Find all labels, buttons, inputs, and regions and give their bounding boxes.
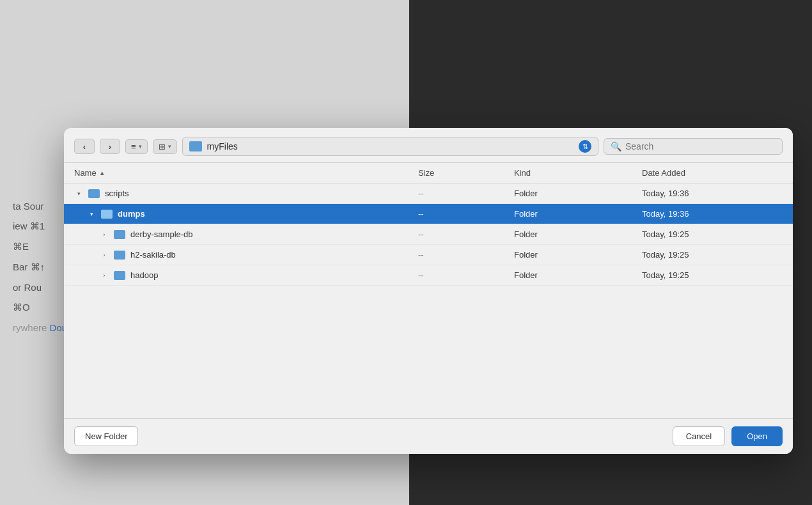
row-label-derby: derby-sample-db [130, 229, 193, 239]
new-folder-button[interactable]: New Folder [74, 426, 138, 446]
open-button[interactable]: Open [731, 426, 783, 446]
list-view-dropdown-arrow: ▾ [139, 143, 142, 150]
row-folder-icon-scripts [88, 189, 100, 198]
cell-kind-scripts: Folder [514, 189, 642, 198]
table-row[interactable]: › hadoop -- Folder Today, 19:25 [64, 265, 793, 286]
row-expand-hadoop[interactable]: › [100, 271, 109, 280]
row-label-dumps: dumps [118, 209, 145, 219]
cell-date-hadoop: Today, 19:25 [642, 270, 783, 280]
row-folder-icon-hadoop [114, 271, 125, 280]
file-table: Name ▲ Size Kind Date Added ▾ scripts [64, 163, 793, 418]
location-bar[interactable]: myFiles ⇅ [182, 137, 598, 156]
sort-arrow-name: ▲ [99, 169, 105, 176]
dialog-toolbar: ‹ › ≡ ▾ ⊞ ▾ myFiles ⇅ 🔍 [64, 128, 793, 163]
col-header-kind: Kind [514, 168, 642, 178]
row-expand-h2sakila[interactable]: › [100, 251, 109, 260]
cancel-button[interactable]: Cancel [673, 426, 725, 446]
file-dialog: ‹ › ≡ ▾ ⊞ ▾ myFiles ⇅ 🔍 [64, 128, 793, 454]
cell-date-h2sakila: Today, 19:25 [642, 250, 783, 260]
cell-size-h2sakila: -- [418, 250, 514, 260]
search-bar: 🔍 [604, 138, 783, 155]
row-folder-icon-derby [114, 230, 125, 239]
list-view-button[interactable]: ≡ ▾ [125, 139, 148, 154]
location-text: myFiles [207, 141, 238, 152]
table-header: Name ▲ Size Kind Date Added [64, 163, 793, 183]
table-row[interactable]: ▾ dumps -- Folder Today, 19:36 [64, 204, 793, 224]
search-input[interactable] [625, 141, 753, 152]
grid-view-icon: ⊞ [159, 142, 166, 152]
cell-kind-h2sakila: Folder [514, 250, 642, 260]
cell-date-derby: Today, 19:25 [642, 229, 783, 239]
col-header-size: Size [418, 168, 514, 178]
forward-button[interactable]: › [100, 139, 120, 154]
col-header-date: Date Added [642, 168, 783, 178]
cell-kind-derby: Folder [514, 229, 642, 239]
table-row[interactable]: › derby-sample-db -- Folder Today, 19:25 [64, 224, 793, 245]
footer-actions: Cancel Open [673, 426, 783, 446]
back-button[interactable]: ‹ [74, 139, 95, 154]
row-expand-dumps[interactable]: ▾ [87, 210, 96, 219]
col-header-name: Name ▲ [74, 168, 418, 178]
forward-icon: › [109, 142, 111, 152]
row-folder-icon-h2sakila [114, 251, 125, 260]
table-row[interactable]: ▾ scripts -- Folder Today, 19:36 [64, 183, 793, 204]
back-icon: ‹ [83, 142, 86, 152]
cell-size-hadoop: -- [418, 270, 514, 280]
cell-date-scripts: Today, 19:36 [642, 189, 783, 198]
cell-name-dumps: ▾ dumps [87, 209, 418, 219]
row-label-scripts: scripts [105, 189, 129, 198]
chevron-up-down-icon: ⇅ [582, 143, 588, 151]
cell-name-scripts: ▾ scripts [74, 189, 418, 198]
row-folder-icon-dumps [101, 210, 113, 219]
row-expand-scripts[interactable]: ▾ [74, 189, 83, 198]
grid-view-button[interactable]: ⊞ ▾ [153, 139, 177, 154]
cell-size-derby: -- [418, 229, 514, 239]
cell-kind-hadoop: Folder [514, 270, 642, 280]
cell-name-h2sakila: › h2-sakila-db [100, 250, 418, 260]
cell-kind-dumps: Folder [514, 209, 642, 219]
dialog-footer: New Folder Cancel Open [64, 418, 793, 454]
row-label-hadoop: hadoop [130, 270, 158, 280]
search-magnifier-icon: 🔍 [611, 141, 621, 152]
table-row[interactable]: › h2-sakila-db -- Folder Today, 19:25 [64, 245, 793, 265]
location-folder-icon [189, 141, 202, 152]
grid-view-dropdown-arrow: ▾ [168, 143, 171, 150]
row-label-h2sakila: h2-sakila-db [130, 250, 176, 260]
cell-date-dumps: Today, 19:36 [642, 209, 783, 219]
cell-size-scripts: -- [418, 189, 514, 198]
row-expand-derby[interactable]: › [100, 230, 109, 239]
list-view-icon: ≡ [131, 142, 136, 152]
cell-name-hadoop: › hadoop [100, 270, 418, 280]
location-expand-icon[interactable]: ⇅ [579, 140, 591, 153]
cell-size-dumps: -- [418, 209, 514, 219]
table-body: ▾ scripts -- Folder Today, 19:36 ▾ [64, 183, 793, 418]
cell-name-derby: › derby-sample-db [100, 229, 418, 239]
